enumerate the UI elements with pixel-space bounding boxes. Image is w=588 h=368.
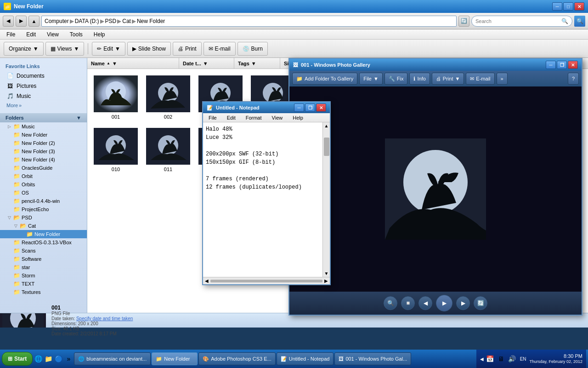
notepad-menu-help[interactable]: Help [290, 114, 306, 121]
views-button[interactable]: ▦ Views ▼ [45, 42, 85, 56]
path-part-psd[interactable]: PSD [105, 18, 117, 24]
tree-item-psd[interactable]: ▽ 📂 PSD [0, 213, 87, 222]
hscroll-right-button[interactable]: ▶ [324, 278, 328, 283]
menu-help[interactable]: Help [91, 30, 108, 39]
date-taken-link[interactable]: Specify date and time taken [76, 316, 133, 321]
tree-item-oraclesguide[interactable]: 📁 OraclesGuide [0, 164, 87, 172]
wpg-close-button[interactable]: ✕ [568, 61, 578, 69]
menu-tools[interactable]: Tools [67, 30, 85, 39]
thumb-002[interactable]: 002 [144, 74, 192, 121]
wpg-next-button[interactable]: ▶ [456, 296, 470, 310]
organize-button[interactable]: Organize ▼ [4, 42, 44, 56]
tray-volume-icon[interactable]: 🔊 [508, 354, 517, 363]
folders-header[interactable]: Folders ▼ [0, 113, 87, 122]
tree-item-music[interactable]: ▷ 📁 Music [0, 122, 87, 131]
notepad-scrollbar[interactable]: ▲ ▼ [322, 122, 330, 277]
scroll-up-button[interactable]: ▲ [324, 123, 329, 128]
tree-item-os[interactable]: 📁 OS [0, 189, 87, 197]
refresh-button[interactable]: 🔄 [458, 16, 469, 27]
notepad-menu-format[interactable]: Format [243, 114, 265, 121]
wpg-print-button[interactable]: 🖨 Print ▼ [432, 73, 464, 85]
more-link[interactable]: More » [0, 101, 87, 109]
tree-item-newfolder2[interactable]: 📁 New Folder (2) [0, 139, 87, 147]
tree-item-reactos[interactable]: 📁 ReactOS-0.3.13-VBox [0, 238, 87, 247]
hscroll-left-button[interactable]: ◀ [205, 278, 209, 283]
tree-item-newfolder4[interactable]: 📁 New Folder (4) [0, 155, 87, 164]
taskbar-btn-browser[interactable]: 🌐 blueamnesiac on deviant... [74, 352, 151, 365]
col-name[interactable]: Name ▲ ▼ [87, 58, 179, 69]
notepad-menu-edit[interactable]: Edit [224, 114, 238, 121]
wpg-unknown-button[interactable]: ◽ [401, 296, 415, 310]
wpg-file-button[interactable]: File ▼ [359, 73, 383, 85]
wpg-minimize-button[interactable]: ─ [546, 61, 556, 69]
tree-item-star[interactable]: 📁 star [0, 263, 87, 271]
wpg-play-button[interactable]: ▶ [436, 295, 452, 311]
ql-folder-icon[interactable]: 📁 [44, 354, 53, 363]
burn-button[interactable]: 💿 Burn [237, 42, 268, 56]
tree-item-selected-newfolder[interactable]: 📁 New Folder [0, 230, 87, 238]
notepad-menu-view[interactable]: View [269, 114, 286, 121]
wpg-search-button[interactable]: 🔍 [384, 296, 397, 310]
taskbar-btn-notepad[interactable]: 📝 Untitled - Notepad [277, 352, 334, 365]
wpg-add-folder-button[interactable]: 📁 Add Folder To Gallery [292, 73, 357, 85]
notepad-close-button[interactable]: ✕ [316, 104, 326, 112]
close-button[interactable]: ✕ [574, 2, 584, 11]
ql-browser-icon[interactable]: 🌐 [34, 354, 43, 363]
thumb-011[interactable]: 011 [144, 126, 192, 174]
wpg-fix-button[interactable]: 🔧 Fix [384, 73, 408, 85]
ql-expand-icon[interactable]: » [64, 354, 73, 363]
taskbar-btn-newfolder[interactable]: 📁 New Folder [152, 352, 198, 365]
tree-item-text[interactable]: 📁 TEXT [0, 280, 87, 288]
wpg-help-button[interactable]: ? [568, 73, 579, 85]
tray-expand-icon[interactable]: ◀ [480, 356, 484, 362]
sidebar-item-pictures[interactable]: 🖼 Pictures [0, 81, 87, 91]
search-button[interactable]: 🔍 [574, 16, 585, 27]
sidebar-item-documents[interactable]: 📄 Documents [0, 71, 87, 81]
notepad-minimize-button[interactable]: ─ [294, 104, 304, 112]
wpg-prev-button[interactable]: ◀ [418, 296, 432, 310]
col-date[interactable]: Date t... ▼ [179, 58, 234, 69]
tray-network-icon[interactable]: 🖥 [497, 354, 506, 363]
tree-item-projectecho[interactable]: 📁 ProjectEcho [0, 205, 87, 213]
sidebar-item-music[interactable]: 🎵 Music [0, 91, 87, 101]
col-tags[interactable]: Tags ▼ [234, 58, 280, 69]
wpg-more-button[interactable]: » [497, 73, 508, 85]
menu-file[interactable]: File [4, 30, 18, 39]
tree-item-storm[interactable]: 📁 Storm [0, 271, 87, 280]
slideshow-button[interactable]: ▶ Slide Show [127, 42, 171, 56]
email-button[interactable]: ✉ E-mail [204, 42, 236, 56]
search-input[interactable] [475, 18, 561, 24]
tree-item-orbit[interactable]: 📁 Orbit [0, 172, 87, 180]
thumb-010[interactable]: 010 [92, 126, 140, 174]
tree-item-software[interactable]: 📁 Software [0, 255, 87, 263]
taskbar-btn-photoshop[interactable]: 🎨 Adobe Photoshop CS3 E... [198, 352, 275, 365]
start-button[interactable]: ⊞ Start [2, 352, 33, 366]
wpg-refresh-button[interactable]: 🔄 [474, 296, 487, 310]
wpg-email-button[interactable]: ✉ E-mail [466, 73, 494, 85]
notepad-textarea[interactable]: Halo 48% Luce 32% 200x200px SWF (32-bit)… [203, 122, 322, 277]
thumb-001[interactable]: 001 [92, 74, 140, 121]
tree-item-newfolder1[interactable]: 📁 New Folder [0, 131, 87, 139]
maximize-button[interactable]: □ [563, 2, 573, 11]
tree-item-scans[interactable]: 📁 Scans [0, 247, 87, 255]
tree-item-orbits[interactable]: 📁 Orbits [0, 180, 87, 189]
clock-display[interactable]: 8:30 PM Thursday, February 02, 2012 [530, 353, 582, 365]
taskbar-btn-wpg[interactable]: 🖼 001 - Windows Photo Gal... [334, 352, 411, 365]
tree-item-newfolder3[interactable]: 📁 New Folder (3) [0, 147, 87, 155]
wpg-restore-button[interactable]: ❐ [557, 61, 567, 69]
notepad-restore-button[interactable]: ❐ [305, 104, 315, 112]
tree-item-textures[interactable]: 📁 Textures [0, 288, 87, 296]
back-button[interactable]: ◀ [3, 16, 14, 27]
scroll-down-button[interactable]: ▼ [324, 271, 329, 276]
path-part-newfolder[interactable]: New Folder [137, 18, 165, 24]
wpg-info-button[interactable]: ℹ Info [409, 73, 430, 85]
address-path[interactable]: Computer ▶ DATA (D:) ▶ PSD ▶ Cat ▶ New F… [41, 16, 457, 27]
tree-item-cat[interactable]: ▽ 📂 Cat [0, 222, 87, 230]
favorite-links-title[interactable]: Favorite Links [0, 62, 87, 71]
tree-item-pencil[interactable]: 📁 pencil-0.4.4b-win [0, 197, 87, 205]
scroll-thumb[interactable] [324, 138, 329, 156]
path-part-computer[interactable]: Computer [45, 18, 69, 24]
tray-lang-icon[interactable]: EN [519, 354, 528, 363]
edit-button[interactable]: ✏ Edit ▼ [92, 42, 125, 56]
path-part-data[interactable]: DATA (D:) [75, 18, 99, 24]
